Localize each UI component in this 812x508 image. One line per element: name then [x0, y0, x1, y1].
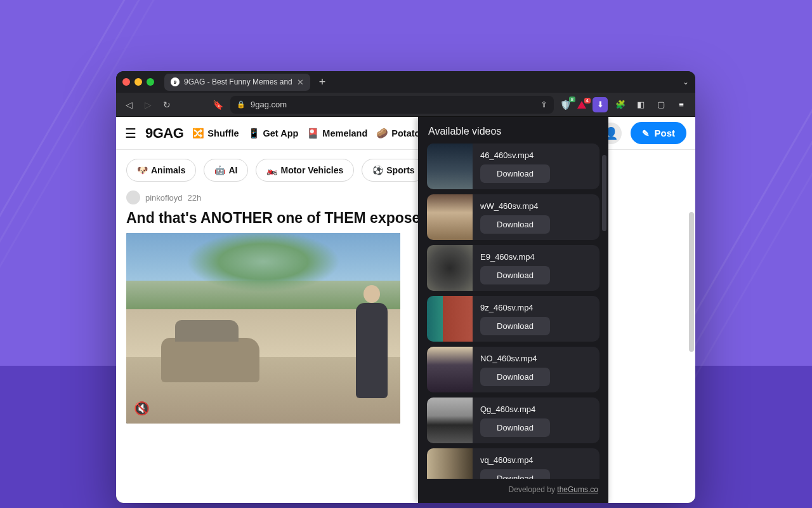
video-list: 46_460sv.mp4 Download wW_460sv.mp4 Downl…: [418, 144, 608, 479]
video-item: vq_460sv.mp4 Download: [427, 448, 599, 479]
page-scrollbar[interactable]: [689, 212, 694, 352]
video-thumbnail: [427, 448, 473, 479]
video-filename: vq_460sv.mp4: [480, 455, 592, 465]
video-filename: E9_460sv.mp4: [480, 252, 592, 262]
download-button[interactable]: Download: [480, 164, 550, 183]
extensions-icon[interactable]: 🧩: [613, 97, 628, 112]
video-item: 46_460sv.mp4 Download: [427, 144, 599, 189]
shuffle-icon: 🔀: [192, 128, 204, 139]
post-avatar[interactable]: [126, 190, 140, 204]
downloader-extension-icon[interactable]: ⬇: [593, 97, 608, 112]
nav-shuffle[interactable]: 🔀Shuffle: [192, 128, 239, 139]
maximize-window[interactable]: [147, 78, 154, 86]
pencil-icon: ✎: [642, 128, 650, 138]
video-player[interactable]: 🔇: [126, 233, 400, 424]
tab-title: 9GAG - Best Funny Memes and: [184, 77, 292, 86]
minimize-window[interactable]: [134, 78, 142, 86]
chip-sports[interactable]: ⚽Sports: [362, 159, 425, 182]
shield-icon[interactable]: 🛡️8: [560, 100, 571, 110]
video-filename: 9z_460sv.mp4: [480, 303, 592, 312]
site-header: ☰ 9GAG 🔀Shuffle 📱Get App 🎴Memeland 🥔Pota…: [116, 117, 695, 150]
post-time: 22h: [188, 193, 202, 203]
mute-icon[interactable]: 🔇: [134, 401, 150, 416]
bookmark-icon[interactable]: 🔖: [211, 100, 224, 110]
extension-icons: ⬇ 🧩 ◧ ▢ ≡: [593, 97, 689, 112]
phone-icon: 📱: [248, 128, 260, 139]
back-button[interactable]: ◁: [122, 100, 135, 110]
video-thumbnail: [427, 296, 473, 342]
video-thumbnail: [427, 144, 473, 189]
url-text: 9gag.com: [251, 100, 287, 109]
download-button[interactable]: Download: [480, 469, 550, 479]
potato-icon: 🥔: [376, 128, 388, 139]
sidebar-icon[interactable]: ◧: [633, 97, 648, 112]
address-bar[interactable]: 🔒 9gag.com ⇧: [230, 96, 554, 114]
card-icon: 🎴: [307, 128, 319, 139]
video-item: E9_460sv.mp4 Download: [427, 245, 599, 291]
favicon-icon: 9: [171, 77, 180, 86]
popup-title: Available videos: [418, 117, 608, 144]
category-chips: 🐶Animals 🤖AI 🏍️Motor Vehicles ⚽Sports: [116, 150, 695, 190]
video-thumbnail: [427, 398, 473, 443]
tab-bar: 9 9GAG - Best Funny Memes and ✕ + ⌄: [116, 71, 695, 93]
menu-icon[interactable]: ≡: [674, 97, 689, 112]
download-button[interactable]: Download: [480, 418, 550, 437]
browser-window: 9 9GAG - Best Funny Memes and ✕ + ⌄ ◁ ▷ …: [116, 71, 695, 503]
developer-link[interactable]: theGums.co: [557, 485, 598, 494]
video-item: NO_460sv.mp4 Download: [427, 347, 599, 392]
video-filename: NO_460sv.mp4: [480, 354, 592, 363]
nav-get-app[interactable]: 📱Get App: [248, 128, 299, 139]
new-tab-button[interactable]: +: [315, 76, 330, 89]
share-icon[interactable]: ⇧: [540, 100, 547, 109]
chip-ai[interactable]: 🤖AI: [204, 159, 248, 182]
shield-badge: 8: [569, 97, 575, 102]
triangle-badge: 4: [584, 98, 591, 104]
close-tab-icon[interactable]: ✕: [297, 77, 304, 87]
post-button[interactable]: ✎Post: [631, 122, 686, 144]
tabs-menu-icon[interactable]: ⌄: [683, 77, 689, 86]
reload-button[interactable]: ↻: [160, 100, 173, 110]
video-filename: wW_460sv.mp4: [480, 201, 592, 211]
video-thumbnail: [427, 347, 473, 392]
chip-motor-vehicles[interactable]: 🏍️Motor Vehicles: [256, 159, 354, 182]
download-button[interactable]: Download: [480, 368, 550, 386]
video-item: wW_460sv.mp4 Download: [427, 194, 599, 240]
window-controls: [122, 78, 154, 86]
triangle-icon[interactable]: 4: [577, 101, 586, 109]
nav-memeland[interactable]: 🎴Memeland: [307, 128, 367, 139]
post-meta: pinkofloyd 22h: [116, 190, 695, 207]
site-logo[interactable]: 9GAG: [145, 125, 183, 142]
wallet-icon[interactable]: ▢: [653, 97, 669, 112]
post-username[interactable]: pinkofloyd: [145, 193, 183, 203]
popup-footer: Developed by theGums.co: [418, 479, 608, 503]
close-window[interactable]: [122, 78, 130, 86]
download-button[interactable]: Download: [480, 317, 550, 335]
extension-popup: Available videos 46_460sv.mp4 Download w…: [418, 117, 608, 503]
video-item: 9z_460sv.mp4 Download: [427, 296, 599, 342]
video-thumbnail: [427, 194, 473, 240]
browser-tab[interactable]: 9 9GAG - Best Funny Memes and ✕: [164, 74, 310, 91]
video-item: Qg_460sv.mp4 Download: [427, 398, 599, 443]
post-title: And that's ANOTHER one of THEM exposed. …: [116, 207, 695, 233]
popup-scrollbar[interactable]: [602, 155, 606, 231]
chip-animals[interactable]: 🐶Animals: [126, 159, 196, 182]
page-content: ☰ 9GAG 🔀Shuffle 📱Get App 🎴Memeland 🥔Pota…: [116, 117, 695, 503]
lock-icon: 🔒: [237, 100, 246, 109]
hamburger-icon[interactable]: ☰: [125, 126, 136, 141]
forward-button[interactable]: ▷: [141, 100, 154, 110]
download-button[interactable]: Download: [480, 266, 550, 284]
download-button[interactable]: Download: [480, 215, 550, 234]
toolbar: ◁ ▷ ↻ 🔖 🔒 9gag.com ⇧ 🛡️8 4 ⬇ 🧩 ◧ ▢ ≡: [116, 93, 695, 117]
video-thumbnail: [427, 245, 473, 291]
video-filename: Qg_460sv.mp4: [480, 404, 592, 414]
video-filename: 46_460sv.mp4: [480, 150, 592, 160]
